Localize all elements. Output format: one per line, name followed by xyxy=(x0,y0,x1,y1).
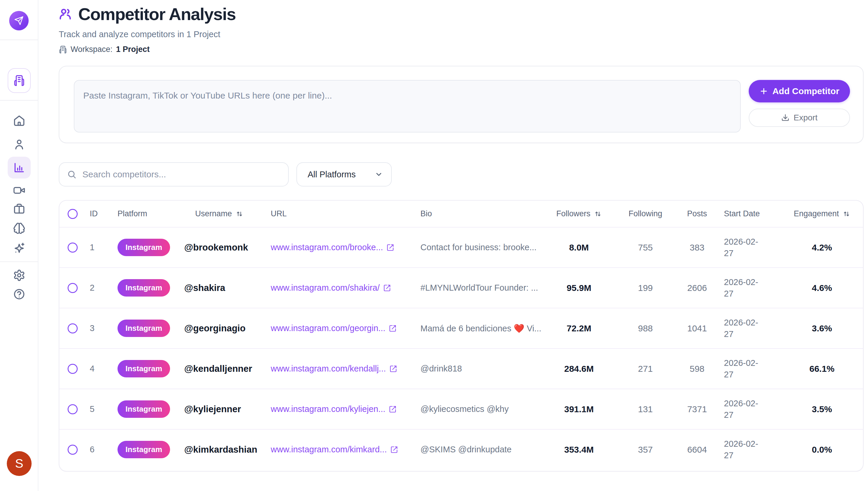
row-following: 357 xyxy=(609,445,682,455)
table-row: 6 Instagram @kimkardashian www.instagram… xyxy=(59,429,863,469)
row-bio: #LMYNLWorldTour Founder: ... xyxy=(417,283,550,293)
sidebar-item-jobs[interactable] xyxy=(0,202,38,215)
search-icon xyxy=(67,170,77,179)
row-checkbox[interactable] xyxy=(67,242,78,253)
sidebar-divider xyxy=(0,100,38,100)
profile-url-link[interactable]: www.instagram.com/brooke... xyxy=(271,242,383,252)
profile-url-link[interactable]: www.instagram.com/kyliejen... xyxy=(271,404,385,414)
platform-badge: Instagram xyxy=(117,441,170,458)
user-icon xyxy=(13,138,25,150)
row-followers: 72.2M xyxy=(550,323,609,334)
platform-badge: Instagram xyxy=(117,320,170,337)
add-competitor-panel: Add Competitor Export xyxy=(59,66,864,143)
competitor-urls-input[interactable] xyxy=(74,80,741,133)
external-link-icon[interactable] xyxy=(389,365,397,373)
sidebar-item-video[interactable] xyxy=(0,184,38,197)
row-checkbox[interactable] xyxy=(67,445,78,455)
row-id: 5 xyxy=(86,404,115,414)
external-link-icon[interactable] xyxy=(389,405,396,413)
platform-filter-select[interactable]: All Platforms xyxy=(297,162,392,186)
column-header-bio: Bio xyxy=(417,209,550,219)
export-label: Export xyxy=(793,113,817,122)
sort-icon xyxy=(594,210,602,218)
search-input[interactable] xyxy=(82,169,280,180)
sidebar-item-help[interactable] xyxy=(0,288,38,301)
column-header-following: Following xyxy=(609,209,682,219)
row-username: @kimkardashian xyxy=(183,444,266,455)
users-icon xyxy=(58,7,73,22)
workspace-value: 1 Project xyxy=(116,45,150,54)
external-link-icon[interactable] xyxy=(389,324,396,332)
table-row: 5 Instagram @kyliejenner www.instagram.c… xyxy=(59,388,863,429)
platform-badge: Instagram xyxy=(117,400,170,418)
export-button[interactable]: Export xyxy=(749,109,850,127)
row-id: 2 xyxy=(86,283,115,293)
row-engagement: 0.0% xyxy=(780,445,864,455)
add-competitor-label: Add Competitor xyxy=(772,86,839,96)
row-start-date: 2026-02-27 xyxy=(724,438,765,461)
select-all-checkbox[interactable] xyxy=(67,209,78,219)
page-subtitle: Track and analyze competitors in 1 Proje… xyxy=(59,30,220,39)
sidebar: S xyxy=(0,0,38,491)
row-following: 755 xyxy=(609,242,682,253)
sidebar-item-ai-brain[interactable] xyxy=(0,222,38,235)
sidebar-item-home[interactable] xyxy=(0,114,38,127)
row-start-date: 2026-02-27 xyxy=(724,236,765,259)
chevron-down-icon xyxy=(375,170,383,178)
workspace-row: Workspace: 1 Project xyxy=(59,45,150,54)
profile-url-link[interactable]: www.instagram.com/kimkard... xyxy=(271,445,387,455)
row-following: 199 xyxy=(609,283,682,293)
row-id: 3 xyxy=(86,323,115,333)
column-header-username[interactable]: Username xyxy=(183,209,266,219)
building-icon xyxy=(13,75,25,86)
row-engagement: 3.5% xyxy=(780,404,864,414)
user-avatar[interactable]: S xyxy=(7,451,32,476)
plus-icon xyxy=(759,87,768,96)
row-checkbox[interactable] xyxy=(67,404,78,414)
column-header-posts: Posts xyxy=(682,209,712,219)
profile-url-link[interactable]: www.instagram.com/shakira/ xyxy=(271,283,380,293)
row-following: 131 xyxy=(609,404,682,414)
row-following: 271 xyxy=(609,364,682,374)
sidebar-item-profile[interactable] xyxy=(0,138,38,151)
column-header-followers[interactable]: Followers xyxy=(550,209,609,219)
app-logo[interactable] xyxy=(9,11,29,30)
row-start-date: 2026-02-27 xyxy=(724,398,765,421)
column-header-engagement[interactable]: Engagement xyxy=(780,209,864,219)
bar-chart-icon xyxy=(13,162,25,174)
row-username: @kendalljenner xyxy=(183,364,266,374)
profile-url-link[interactable]: www.instagram.com/kendallj... xyxy=(271,364,386,374)
row-start-date: 2026-02-27 xyxy=(724,277,765,299)
sidebar-item-analytics-active[interactable] xyxy=(8,157,31,178)
row-checkbox[interactable] xyxy=(67,323,78,334)
send-icon xyxy=(14,16,24,25)
row-posts: 2606 xyxy=(682,283,712,293)
profile-url-link[interactable]: www.instagram.com/georgin... xyxy=(271,323,385,333)
row-engagement: 3.6% xyxy=(780,323,864,334)
row-checkbox[interactable] xyxy=(67,283,78,293)
row-start-date: 2026-02-27 xyxy=(724,357,765,380)
row-followers: 95.9M xyxy=(550,283,609,293)
row-followers: 8.0M xyxy=(550,242,609,253)
row-posts: 6604 xyxy=(682,445,712,455)
row-username: @brookemonk xyxy=(183,242,266,253)
sidebar-divider xyxy=(0,39,38,40)
platform-badge: Instagram xyxy=(117,360,170,377)
sort-icon xyxy=(843,210,850,218)
platform-badge: Instagram xyxy=(117,239,170,256)
external-link-icon[interactable] xyxy=(387,244,394,252)
sidebar-item-settings[interactable] xyxy=(0,269,38,282)
external-link-icon[interactable] xyxy=(390,446,398,454)
external-link-icon[interactable] xyxy=(383,284,391,292)
row-checkbox[interactable] xyxy=(67,364,78,374)
sidebar-item-sparkles[interactable] xyxy=(0,242,38,255)
row-posts: 383 xyxy=(682,242,712,253)
row-username: @kyliejenner xyxy=(183,404,266,414)
row-username: @georginagio xyxy=(183,323,266,334)
add-competitor-button[interactable]: Add Competitor xyxy=(749,80,850,103)
sort-icon xyxy=(235,210,243,218)
sidebar-item-projects[interactable] xyxy=(8,68,31,93)
row-bio: @drink818 xyxy=(417,364,550,374)
workspace-label: Workspace: xyxy=(71,45,112,54)
row-following: 988 xyxy=(609,323,682,334)
